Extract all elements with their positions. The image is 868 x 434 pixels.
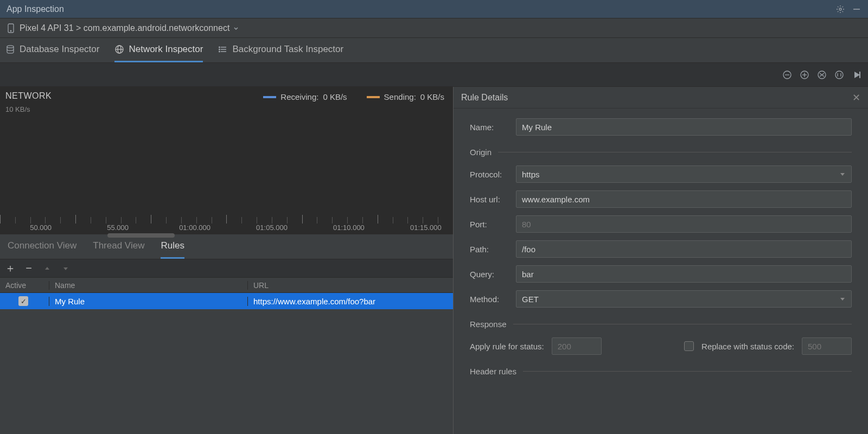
svg-point-20 bbox=[835, 71, 843, 79]
chart-ticks bbox=[0, 217, 453, 224]
zoom-out-icon[interactable] bbox=[781, 69, 793, 81]
timeline-scrollbar-thumb[interactable] bbox=[107, 233, 175, 238]
rules-table: Active Name URL ✓ My Rule https://www.ex… bbox=[0, 278, 453, 434]
details-title: Rule Details bbox=[461, 93, 852, 103]
title-bar: App Inspection bbox=[0, 0, 868, 18]
tab-database-inspector[interactable]: Database Inspector bbox=[5, 38, 99, 62]
name-input[interactable] bbox=[516, 118, 852, 136]
host-input[interactable] bbox=[516, 190, 852, 208]
replace-status-checkbox[interactable] bbox=[684, 341, 694, 351]
list-icon bbox=[218, 44, 228, 54]
rule-name-cell: My Rule bbox=[49, 297, 247, 306]
rules-table-header: Active Name URL bbox=[0, 278, 453, 293]
section-response-label: Response bbox=[470, 320, 507, 329]
svg-point-0 bbox=[839, 8, 841, 10]
sub-tabs: Connection View Thread View Rules bbox=[0, 234, 453, 259]
globe-icon bbox=[114, 44, 124, 54]
tab-label: Network Inspector bbox=[129, 44, 203, 55]
tab-rules[interactable]: Rules bbox=[161, 234, 184, 259]
zoom-reset-icon[interactable] bbox=[816, 69, 828, 81]
rule-active-checkbox[interactable]: ✓ bbox=[18, 296, 28, 306]
host-label: Host url: bbox=[470, 195, 516, 204]
port-input[interactable] bbox=[516, 215, 852, 233]
section-origin-label: Origin bbox=[470, 148, 492, 157]
chevron-down-icon[interactable] bbox=[233, 25, 239, 31]
method-label: Method: bbox=[470, 295, 516, 304]
svg-point-12 bbox=[219, 49, 220, 50]
chart-tick-labels: 50.000 55.000 01:00.000 01:05.000 01:10.… bbox=[0, 224, 453, 233]
apply-status-input[interactable] bbox=[552, 337, 602, 355]
add-rule-button[interactable]: ＋ bbox=[5, 261, 15, 276]
path-label: Path: bbox=[470, 245, 516, 254]
col-header-active[interactable]: Active bbox=[0, 281, 49, 290]
rule-details-pane: Rule Details ✕ Name: Origin Protocol: ht… bbox=[454, 87, 868, 434]
legend-receiving: Receiving: 0 KB/s bbox=[263, 92, 347, 101]
method-select[interactable]: GET bbox=[516, 290, 852, 308]
device-icon bbox=[7, 23, 15, 33]
breadcrumb[interactable]: Pixel 4 API 31 > com.example.android.net… bbox=[20, 23, 229, 33]
rules-toolbar: ＋ − bbox=[0, 259, 453, 278]
query-input[interactable] bbox=[516, 265, 852, 283]
tab-label: Database Inspector bbox=[20, 44, 99, 55]
tab-connection-view[interactable]: Connection View bbox=[8, 234, 76, 259]
tab-label: Background Task Inspector bbox=[232, 44, 343, 55]
protocol-label: Protocol: bbox=[470, 170, 516, 179]
remove-rule-button[interactable]: − bbox=[24, 262, 34, 275]
breadcrumb-row: Pixel 4 API 31 > com.example.android.net… bbox=[0, 18, 868, 38]
network-chart: NETWORK Receiving: 0 KB/s Sending: 0 KB/… bbox=[0, 87, 453, 234]
svg-point-13 bbox=[219, 51, 220, 52]
gear-icon[interactable] bbox=[835, 4, 845, 14]
svg-point-4 bbox=[7, 46, 14, 48]
inspector-tabs: Database Inspector Network Inspector Bac… bbox=[0, 38, 868, 63]
replace-status-label: Replace with status code: bbox=[701, 342, 794, 351]
network-toolbar bbox=[0, 63, 868, 87]
close-icon[interactable]: ✕ bbox=[852, 92, 860, 104]
name-label: Name: bbox=[470, 123, 516, 132]
legend-swatch-receiving bbox=[263, 96, 276, 98]
rule-url-cell: https://www.example.com/foo?bar bbox=[247, 297, 453, 306]
zoom-in-icon[interactable] bbox=[799, 69, 810, 81]
chart-y-label: 10 KB/s bbox=[5, 105, 30, 113]
tool-window-title: App Inspection bbox=[7, 4, 835, 14]
tab-thread-view[interactable]: Thread View bbox=[93, 234, 144, 259]
left-pane: NETWORK Receiving: 0 KB/s Sending: 0 KB/… bbox=[0, 87, 454, 434]
legend-sending: Sending: 0 KB/s bbox=[367, 92, 444, 101]
apply-status-label: Apply rule for status: bbox=[470, 342, 544, 351]
col-header-url[interactable]: URL bbox=[247, 281, 453, 290]
zoom-fit-icon[interactable] bbox=[833, 69, 845, 81]
move-up-button[interactable] bbox=[42, 265, 52, 272]
tab-background-task-inspector[interactable]: Background Task Inspector bbox=[218, 38, 343, 62]
section-header-rules-label: Header rules bbox=[470, 367, 516, 376]
svg-rect-21 bbox=[859, 72, 860, 78]
chart-legend: Receiving: 0 KB/s Sending: 0 KB/s bbox=[263, 92, 444, 101]
svg-point-11 bbox=[219, 47, 220, 48]
database-icon bbox=[5, 44, 15, 54]
port-label: Port: bbox=[470, 220, 516, 229]
go-live-icon[interactable] bbox=[851, 69, 863, 81]
replace-status-input[interactable] bbox=[802, 337, 852, 355]
svg-point-3 bbox=[10, 30, 11, 31]
query-label: Query: bbox=[470, 270, 516, 279]
chart-title: NETWORK bbox=[5, 91, 52, 101]
col-header-name[interactable]: Name bbox=[49, 281, 247, 290]
minimize-icon[interactable] bbox=[852, 4, 861, 14]
table-row[interactable]: ✓ My Rule https://www.example.com/foo?ba… bbox=[0, 293, 453, 309]
details-header: Rule Details ✕ bbox=[454, 87, 868, 108]
protocol-select[interactable]: https bbox=[516, 165, 852, 183]
legend-swatch-sending bbox=[367, 96, 380, 98]
move-down-button[interactable] bbox=[61, 265, 71, 272]
path-input[interactable] bbox=[516, 240, 852, 258]
tab-network-inspector[interactable]: Network Inspector bbox=[114, 38, 203, 62]
